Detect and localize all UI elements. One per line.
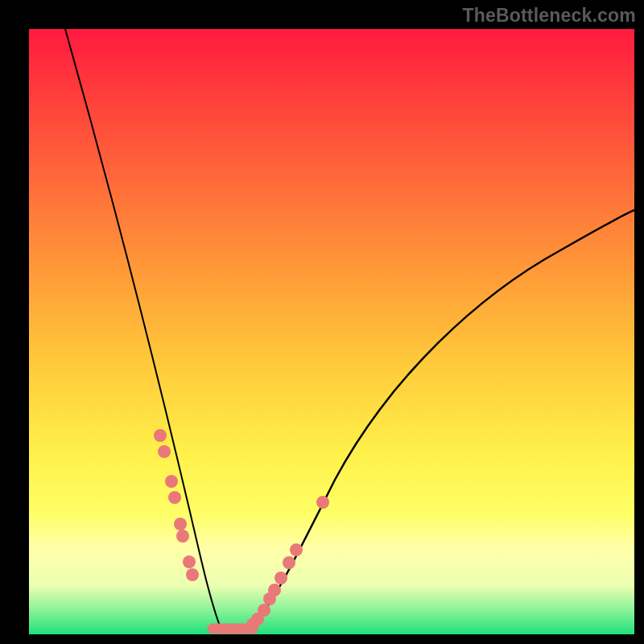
svg-point-4 bbox=[174, 518, 187, 530]
svg-point-2 bbox=[165, 475, 178, 488]
svg-point-0 bbox=[154, 429, 167, 442]
right-curve bbox=[249, 210, 634, 631]
svg-point-6 bbox=[183, 555, 196, 568]
svg-point-12 bbox=[268, 584, 281, 597]
left-curve bbox=[65, 29, 221, 628]
svg-point-7 bbox=[186, 568, 199, 581]
svg-point-3 bbox=[168, 491, 181, 504]
chart-frame: TheBottleneck.com bbox=[0, 0, 644, 644]
svg-point-15 bbox=[290, 543, 303, 556]
svg-point-16 bbox=[316, 496, 329, 509]
chart-plot-area bbox=[29, 29, 634, 634]
chart-svg bbox=[29, 29, 634, 634]
svg-point-14 bbox=[283, 556, 295, 569]
svg-point-5 bbox=[176, 530, 189, 543]
svg-point-1 bbox=[158, 445, 171, 458]
watermark-text: TheBottleneck.com bbox=[462, 5, 636, 27]
svg-point-13 bbox=[275, 572, 287, 584]
svg-point-10 bbox=[258, 604, 270, 617]
